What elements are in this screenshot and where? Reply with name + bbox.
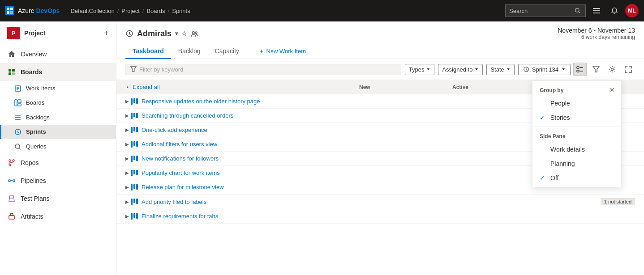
work-item-type-icon: [131, 141, 138, 148]
notification-icon[interactable]: [607, 4, 622, 18]
table-row[interactable]: ▶ Finalize requirements for tabs: [116, 209, 644, 224]
groupby-people-item[interactable]: People: [532, 96, 621, 110]
fullscreen-button[interactable]: [622, 63, 635, 76]
breadcrumb-item-3[interactable]: Boards: [146, 8, 165, 14]
sprint-team-icon[interactable]: [191, 30, 198, 37]
sidepane-off-label: Off: [550, 174, 558, 182]
search-box[interactable]: [505, 4, 586, 17]
sidepane-planning-item[interactable]: Planning: [532, 157, 621, 171]
breadcrumb-item-2[interactable]: Project: [121, 8, 139, 14]
sprint-favorite-icon[interactable]: ☆: [181, 30, 187, 37]
svg-point-26: [9, 160, 11, 161]
sidepane-off-item[interactable]: ✓ Off: [532, 171, 621, 185]
topbar: Azure DevOps DefaultCollection / Project…: [0, 0, 644, 21]
sprint-clock-icon: [523, 66, 529, 72]
topbar-actions: ML: [505, 4, 639, 18]
repos-icon: [7, 158, 16, 167]
sidebar-item-boards-header[interactable]: Boards: [0, 63, 116, 81]
filter-icon: [130, 66, 137, 72]
sidebar-boards-sub-label: Boards: [26, 99, 44, 106]
sidebar-item-boards-sub[interactable]: Boards: [0, 96, 116, 110]
add-project-button[interactable]: +: [104, 29, 109, 38]
svg-rect-0: [7, 8, 9, 10]
tab-taskboard[interactable]: Taskboard: [125, 44, 171, 59]
filter-bar: [125, 64, 401, 75]
off-check-icon: ✓: [540, 174, 547, 182]
svg-marker-40: [507, 68, 510, 70]
sidebar-item-artifacts[interactable]: Artifacts: [0, 207, 116, 225]
sprint-meta: November 6 - November 13 6 work days rem…: [558, 27, 635, 40]
work-item-type-icon: [131, 213, 138, 220]
tab-backlog[interactable]: Backlog: [171, 44, 208, 59]
project-icon: P: [7, 27, 20, 39]
sidepane-work-details-item[interactable]: Work details: [532, 142, 621, 157]
filter-state-button[interactable]: State: [486, 64, 514, 75]
sprint-dropdown-icon[interactable]: ▾: [175, 30, 178, 37]
groupby-stories-item[interactable]: ✓ Stories: [532, 110, 621, 125]
svg-point-28: [9, 164, 11, 166]
filter-types-button[interactable]: Types: [405, 64, 435, 75]
sidebar-work-items-label: Work Items: [26, 85, 56, 92]
breadcrumb-item-4[interactable]: Sprints: [172, 8, 190, 14]
work-item-type-icon: [131, 170, 138, 176]
svg-rect-12: [12, 72, 15, 75]
row-expand-icon: ▶: [125, 127, 129, 132]
artifacts-icon: [7, 212, 16, 221]
table-row[interactable]: ▶ Add priority filed to labels 1 not sta…: [116, 195, 644, 209]
test-plans-icon: [7, 194, 16, 203]
menu-icon[interactable]: [589, 4, 604, 18]
group-by-icon: [576, 66, 584, 73]
sidebar-item-sprints[interactable]: Sprints: [0, 125, 116, 140]
advanced-filter-icon: [592, 66, 600, 73]
dropdown-close-button[interactable]: ✕: [607, 85, 618, 95]
groupby-stories-label: Stories: [550, 114, 570, 121]
filter-input[interactable]: [139, 66, 396, 73]
sidebar-overview-label: Overview: [21, 51, 47, 58]
breadcrumb-item-1[interactable]: DefaultCollection: [70, 8, 114, 14]
dropdown-divider: [532, 127, 621, 127]
svg-point-4: [575, 8, 579, 12]
boards-icon: [7, 68, 16, 76]
sidebar-item-overview[interactable]: Overview: [0, 45, 116, 63]
tab-capacity[interactable]: Capacity: [208, 44, 246, 59]
new-work-item-button[interactable]: + New Work Item: [254, 45, 311, 58]
row-expand-icon: ▶: [125, 185, 129, 190]
plus-icon: +: [259, 47, 263, 55]
sidebar-item-test-plans[interactable]: Test Plans: [0, 190, 116, 207]
main-content: Admirals ▾ ☆ November 6 - November 13: [116, 21, 644, 275]
new-work-item-label: New Work Item: [266, 48, 306, 55]
row-expand-icon: ▶: [125, 156, 129, 161]
filter-assigned-button[interactable]: Assigned to: [438, 64, 483, 75]
work-details-check-icon: [540, 146, 547, 153]
work-item-title[interactable]: Finalize requirements for tabs: [142, 213, 635, 220]
sidebar-artifacts-label: Artifacts: [21, 213, 43, 220]
logo-icon: [5, 6, 14, 15]
user-avatar[interactable]: ML: [625, 4, 639, 17]
sidebar-item-queries[interactable]: Queries: [0, 139, 116, 154]
filter-assigned-label: Assigned to: [442, 66, 472, 73]
expand-all-button[interactable]: Expand all: [125, 84, 160, 90]
work-item-type-icon: [131, 184, 138, 190]
sidebar-item-backlogs[interactable]: Backlogs: [0, 110, 116, 125]
sidebar-backlogs-label: Backlogs: [26, 114, 50, 121]
app-body: P Project + Overview: [0, 21, 644, 275]
app-logo[interactable]: Azure DevOps: [5, 6, 60, 15]
sidebar-item-work-items[interactable]: Work Items: [0, 81, 116, 96]
breadcrumb: DefaultCollection / Project / Boards / S…: [70, 8, 502, 14]
sidebar-item-pipelines[interactable]: Pipelines: [0, 172, 116, 190]
search-input[interactable]: [509, 8, 572, 14]
svg-rect-18: [18, 100, 21, 103]
settings-button[interactable]: [605, 63, 619, 76]
work-item-type-icon: [131, 156, 138, 162]
svg-rect-17: [15, 100, 17, 106]
sidebar-item-repos[interactable]: Repos: [0, 154, 116, 172]
sidebar: P Project + Overview: [0, 21, 116, 275]
sprint-title-icon: [125, 30, 133, 38]
assigned-chevron-icon: [474, 67, 479, 72]
work-item-title[interactable]: Add priority filed to labels: [142, 199, 595, 205]
advanced-filter-button[interactable]: [589, 63, 603, 76]
group-by-button[interactable]: [573, 63, 587, 76]
svg-rect-30: [13, 180, 15, 182]
sprint-selector[interactable]: Sprint 134: [518, 64, 571, 75]
user-initials: ML: [628, 8, 635, 14]
